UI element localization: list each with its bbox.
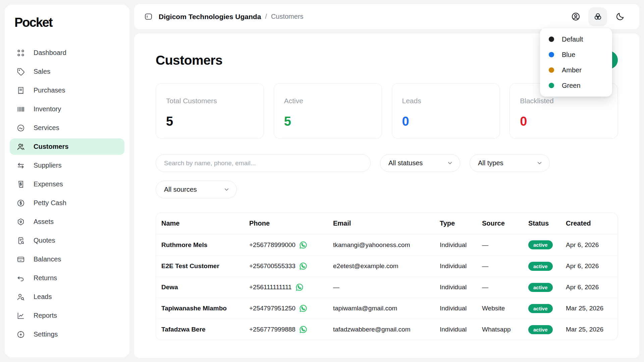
breadcrumb-company[interactable]: Digicom Technologies Uganda bbox=[159, 13, 261, 21]
stat-card: Active 5 bbox=[274, 83, 382, 139]
cell-created: Mar 25, 2026 bbox=[566, 326, 612, 333]
sidebar-item-icon bbox=[17, 199, 25, 207]
table-row[interactable]: Tapiwanashe Mlambo +254797951250 tapiwam… bbox=[156, 298, 618, 319]
sidebar-item-icon bbox=[17, 105, 25, 113]
stat-label: Total Customers bbox=[166, 97, 254, 105]
filter-row-2: All sources bbox=[156, 181, 618, 198]
sidebar-item-label: Balances bbox=[34, 255, 61, 263]
status-badge: active bbox=[528, 283, 553, 292]
sidebar-item-label: Suppliers bbox=[34, 162, 61, 169]
whatsapp-icon[interactable] bbox=[299, 241, 308, 249]
phone-number: +254797951250 bbox=[249, 305, 296, 312]
table-row[interactable]: Dewa +256111111111 — Individual — active… bbox=[156, 277, 618, 298]
phone-number: +256700555333 bbox=[249, 262, 296, 270]
cell-source: — bbox=[482, 262, 528, 270]
sidebar-item[interactable]: Leads bbox=[10, 289, 124, 305]
sidebar-item-icon bbox=[17, 255, 25, 263]
theme-menu-item[interactable]: Green bbox=[540, 78, 612, 93]
whatsapp-icon[interactable] bbox=[299, 262, 308, 270]
sidebar-item[interactable]: Returns bbox=[10, 270, 124, 286]
table-row[interactable]: E2E Test Customer +256700555333 e2etest@… bbox=[156, 255, 618, 277]
theme-color-dot bbox=[549, 52, 554, 57]
source-filter-select[interactable]: All sources bbox=[156, 181, 237, 198]
sidebar-item-label: Reports bbox=[34, 312, 57, 319]
sidebar-item-icon bbox=[17, 143, 25, 151]
cell-created: Apr 6, 2026 bbox=[566, 262, 612, 270]
table-row[interactable]: Ruthmore Mels +256778999000 tkamangi@yah… bbox=[156, 234, 618, 255]
sidebar-item[interactable]: Reports bbox=[10, 307, 124, 324]
breadcrumb-page: Customers bbox=[271, 13, 304, 20]
status-badge: active bbox=[528, 262, 553, 271]
sidebar-item[interactable]: Purchases bbox=[10, 82, 124, 99]
sidebar-item[interactable]: Inventory bbox=[10, 101, 124, 117]
sidebar-item-icon bbox=[17, 124, 25, 132]
theme-menu-item[interactable]: Amber bbox=[540, 62, 612, 78]
stat-value: 5 bbox=[284, 114, 372, 129]
sidebar-item[interactable]: Assets bbox=[10, 214, 124, 230]
source-filter-value: All sources bbox=[164, 186, 197, 193]
stat-card: Leads 0 bbox=[392, 83, 500, 139]
sidebar-item[interactable]: Customers bbox=[10, 138, 124, 155]
theme-label: Amber bbox=[562, 66, 582, 74]
search-input[interactable] bbox=[156, 154, 371, 172]
status-badge: active bbox=[528, 240, 553, 249]
sidebar-item-label: Leads bbox=[34, 293, 52, 301]
sidebar-item-label: Settings bbox=[34, 330, 58, 338]
stat-label: Blacklisted bbox=[520, 97, 607, 105]
dark-mode-button[interactable] bbox=[610, 7, 629, 26]
sidebar-item-icon bbox=[17, 330, 25, 339]
column-header: Email bbox=[333, 220, 440, 227]
cell-phone: +256111111111 bbox=[249, 283, 333, 292]
sidebar-item[interactable]: Services bbox=[10, 120, 124, 136]
theme-menu-item[interactable]: Blue bbox=[540, 47, 612, 62]
sidebar: Pocket Dashboard Sales Purchases Invento… bbox=[5, 5, 129, 357]
cell-phone: +256700555333 bbox=[249, 262, 333, 270]
chevron-down-icon bbox=[447, 160, 453, 166]
table-row[interactable]: Tafadzwa Bere +256777999888 tafadzwabber… bbox=[156, 319, 618, 340]
palette-icon bbox=[593, 12, 602, 21]
app-logo: Pocket bbox=[10, 13, 124, 30]
sidebar-item[interactable]: Suppliers bbox=[10, 157, 124, 174]
moon-icon bbox=[615, 12, 625, 21]
sidebar-item[interactable]: Quotes bbox=[10, 232, 124, 249]
cell-status: active bbox=[528, 283, 566, 292]
cell-email: e2etest@example.com bbox=[333, 262, 440, 270]
sidebar-item[interactable]: Expenses bbox=[10, 176, 124, 192]
cell-email: — bbox=[333, 284, 440, 291]
sidebar-item-icon bbox=[17, 218, 25, 226]
column-header: Created bbox=[566, 220, 612, 227]
cell-type: Individual bbox=[440, 262, 482, 270]
theme-palette-button[interactable] bbox=[588, 7, 607, 26]
sidebar-item-label: Returns bbox=[34, 274, 57, 282]
whatsapp-icon[interactable] bbox=[295, 283, 304, 292]
type-filter-select[interactable]: All types bbox=[470, 154, 550, 172]
cell-source: Website bbox=[482, 305, 528, 312]
sidebar-item-icon bbox=[17, 49, 25, 57]
account-button[interactable] bbox=[566, 7, 585, 26]
whatsapp-icon[interactable] bbox=[299, 325, 308, 334]
status-badge: active bbox=[528, 325, 553, 334]
stat-label: Leads bbox=[402, 97, 490, 105]
sidebar-item[interactable]: Petty Cash bbox=[10, 195, 124, 211]
sidebar-item-label: Sales bbox=[34, 68, 50, 75]
theme-menu-item[interactable]: Default bbox=[540, 32, 612, 47]
cell-status: active bbox=[528, 325, 566, 334]
sidebar-item[interactable]: Settings bbox=[10, 326, 124, 343]
chevron-down-icon bbox=[223, 186, 230, 193]
sidebar-item[interactable]: Balances bbox=[10, 251, 124, 267]
sidebar-toggle-icon[interactable] bbox=[144, 12, 153, 21]
status-filter-select[interactable]: All statuses bbox=[380, 154, 460, 172]
cell-type: Individual bbox=[440, 305, 482, 312]
sidebar-item-label: Assets bbox=[34, 218, 54, 226]
cell-name: Dewa bbox=[161, 284, 249, 291]
cell-created: Mar 25, 2026 bbox=[566, 305, 612, 312]
whatsapp-icon[interactable] bbox=[299, 304, 308, 313]
column-header: Type bbox=[440, 220, 482, 227]
customers-table: NamePhoneEmailTypeSourceStatusCreated Ru… bbox=[156, 213, 618, 340]
chevron-down-icon bbox=[536, 160, 543, 166]
table-header-row: NamePhoneEmailTypeSourceStatusCreated bbox=[156, 213, 618, 234]
sidebar-item[interactable]: Dashboard bbox=[10, 45, 124, 61]
cell-phone: +256777999888 bbox=[249, 325, 333, 334]
cell-source: — bbox=[482, 284, 528, 291]
sidebar-item[interactable]: Sales bbox=[10, 63, 124, 80]
